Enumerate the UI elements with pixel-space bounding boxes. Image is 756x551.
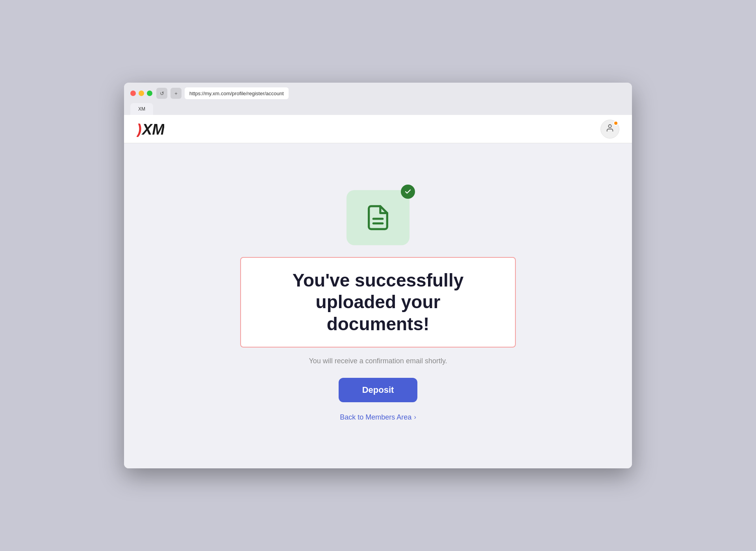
browser-window: ↺ + https://my.xm.com/profile/register/a…	[124, 83, 632, 468]
logo: ) XM	[137, 121, 164, 137]
notification-dot	[613, 121, 618, 126]
confirmation-text: You will receive a confirmation email sh…	[309, 357, 447, 365]
new-tab-button[interactable]: +	[170, 88, 182, 99]
reload-button[interactable]: ↺	[156, 88, 167, 99]
success-box: You've successfully uploaded your docume…	[240, 257, 516, 348]
svg-text:XM: XM	[141, 121, 164, 137]
main-area: You've successfully uploaded your docume…	[124, 143, 632, 468]
header-right	[600, 120, 619, 139]
page-content: ) XM	[124, 115, 632, 468]
active-tab[interactable]: XM	[130, 103, 153, 115]
user-icon	[606, 124, 614, 135]
maximize-button[interactable]	[147, 91, 152, 96]
document-svg-icon	[364, 202, 392, 233]
address-bar[interactable]: https://my.xm.com/profile/register/accou…	[185, 87, 289, 99]
back-link-label: Back to Members Area	[340, 413, 411, 422]
site-header: ) XM	[124, 115, 632, 143]
url-text: https://my.xm.com/profile/register/accou…	[189, 91, 284, 96]
svg-text:): )	[137, 121, 142, 137]
user-menu-button[interactable]	[600, 120, 619, 139]
browser-nav: ↺ + https://my.xm.com/profile/register/a…	[156, 87, 289, 99]
document-icon-container	[346, 190, 410, 245]
xm-logo-svg: ) XM	[137, 121, 164, 137]
browser-controls: ↺ + https://my.xm.com/profile/register/a…	[130, 87, 626, 99]
close-button[interactable]	[130, 91, 136, 96]
success-title: You've successfully uploaded your docume…	[265, 270, 491, 335]
check-badge	[401, 185, 415, 199]
chevron-right-icon: ›	[414, 414, 416, 421]
svg-point-2	[608, 124, 611, 127]
deposit-button[interactable]: Deposit	[339, 378, 418, 402]
minimize-button[interactable]	[139, 91, 144, 96]
back-to-members-link[interactable]: Back to Members Area ›	[340, 413, 416, 422]
checkmark-icon	[404, 188, 411, 195]
traffic-lights	[130, 91, 152, 96]
browser-chrome: ↺ + https://my.xm.com/profile/register/a…	[124, 83, 632, 115]
browser-tabs: XM	[130, 103, 626, 115]
document-icon-background	[346, 190, 410, 245]
